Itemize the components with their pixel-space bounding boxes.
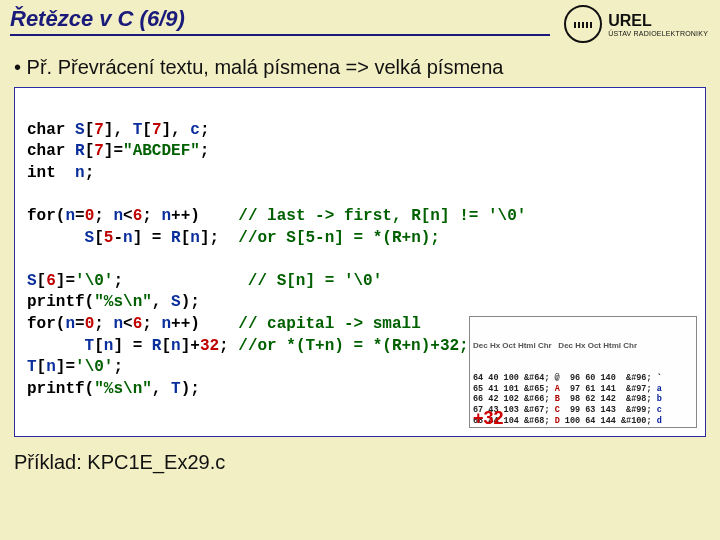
code-line-2: char R[7]="ABCDEF";	[27, 142, 209, 160]
code-line-11: printf("%s\n", T);	[27, 380, 200, 398]
code-line-10: T[n]='\0';	[27, 358, 123, 376]
code-line-7: printf("%s\n", S);	[27, 293, 200, 311]
urel-logo-icon	[564, 5, 602, 43]
ascii-header: Dec Hx Oct Html Chr Dec Hx Oct Html Chr	[473, 341, 694, 351]
logo-subtext: ÚSTAV RADIOELEKTRONIKY	[608, 30, 708, 37]
code-line-6: S[6]='\0'; // S[n] = '\0'	[27, 272, 382, 290]
code-line-3: int n;	[27, 164, 94, 182]
footer-example-filename: Příklad: KPC1E_Ex29.c	[0, 437, 720, 474]
code-line-5: S[5-n] = R[n]; //or S[5-n] = *(R+n);	[27, 229, 440, 247]
code-block: char S[7], T[7], c; char R[7]="ABCDEF"; …	[14, 87, 706, 437]
code-line-1: char S[7], T[7], c;	[27, 121, 210, 139]
brand-logo: UREL ÚSTAV RADIOELEKTRONIKY	[564, 5, 708, 43]
slide-content: • Př. Převrácení textu, malá písmena => …	[0, 48, 720, 437]
slide-header: Řetězce v C (6/9) UREL ÚSTAV RADIOELEKTR…	[0, 0, 720, 48]
plus32-annotation: +32	[473, 406, 504, 430]
code-line-8: for(n=0; n<6; n++) // capital -> small	[27, 315, 421, 333]
bullet-text: • Př. Převrácení textu, malá písmena => …	[14, 56, 706, 79]
logo-text: UREL	[608, 12, 708, 30]
code-line-4: for(n=0; n<6; n++) // last -> first, R[n…	[27, 207, 526, 225]
code-line-9: T[n] = R[n]+32; //or *(T+n) = *(R+n)+32;	[27, 337, 469, 355]
slide-title: Řetězce v C (6/9)	[10, 6, 550, 36]
ascii-rows: 64 40 100 &#64; @ 96 60 140 &#96; `65 41…	[473, 373, 694, 428]
